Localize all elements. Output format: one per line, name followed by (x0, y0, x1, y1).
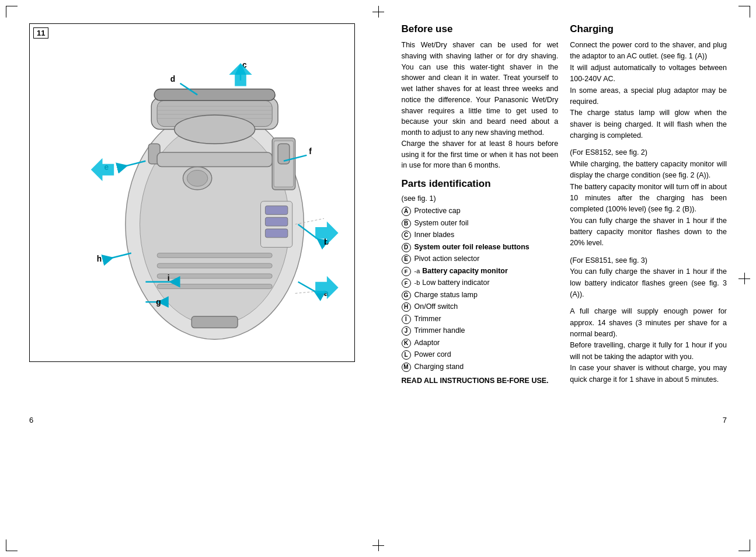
part-l: L Power cord (402, 350, 559, 360)
corner-mark-bl (6, 539, 18, 551)
part-k: K Adaptor (402, 338, 559, 349)
corner-mark-br (738, 539, 750, 551)
part-fb-suffix: -b (414, 278, 420, 287)
parts-title: Parts identification (402, 178, 559, 190)
crosshair-bottom (372, 539, 384, 551)
part-label-b: System outer foil (414, 218, 469, 229)
part-m: M Charging stand (402, 362, 559, 373)
right-page: Before use This Wet/Dry shaver can be us… (378, 23, 727, 392)
right-col-1: Before use This Wet/Dry shaver can be us… (402, 23, 559, 392)
before-use-section: Before use This Wet/Dry shaver can be us… (402, 23, 559, 171)
part-fb: F -b Low battery indicator (402, 278, 559, 288)
charging-section: Connect the power cord to the shaver, an… (570, 40, 727, 385)
shaver-diagram: c d e f b a h i g (42, 37, 342, 349)
svg-rect-25 (158, 284, 273, 289)
corner-mark-tr (738, 6, 750, 18)
corner-mark-tl (6, 6, 18, 18)
diagram-number: 11 (33, 27, 48, 39)
part-j: J Trimmer handle (402, 326, 559, 336)
diagram-box: 11 (29, 23, 355, 362)
part-label-e: Pivot action selector (414, 254, 480, 264)
left-page: 11 (29, 23, 378, 392)
charging-para-2: (For ES8152, see fig. 2) While charging,… (570, 147, 727, 249)
page-number-left: 6 (29, 416, 33, 424)
svg-rect-24 (158, 274, 273, 278)
part-h: H On/Off switch (402, 302, 559, 312)
parts-see-fig: (see fig. 1) (402, 194, 559, 203)
part-label-g: Charge status lamp (414, 290, 478, 301)
svg-text:d: d (170, 75, 175, 83)
svg-line-32 (109, 253, 131, 259)
svg-point-9 (175, 115, 255, 144)
parts-section: Parts identification (see fig. 1) A Prot… (402, 178, 559, 385)
svg-rect-12 (266, 217, 288, 226)
read-all-instructions: READ ALL INSTRUCTIONS BE-FORE USE. (402, 377, 559, 385)
part-circle-i: I (402, 315, 411, 324)
part-circle-b: B (402, 219, 411, 228)
svg-marker-47 (316, 221, 339, 244)
part-circle-a: A (402, 207, 411, 216)
part-fa-suffix: -a (414, 267, 420, 276)
part-label-fa: Battery capacity monitor (422, 266, 508, 277)
charging-para-4: A full charge will supply enough power f… (570, 306, 727, 385)
part-d: D System outer foil release buttons (402, 242, 559, 253)
svg-rect-11 (266, 206, 288, 215)
crosshair-top (372, 6, 384, 18)
svg-rect-21 (158, 152, 273, 167)
page-number-right: 7 (723, 416, 727, 424)
svg-marker-48 (316, 276, 339, 299)
svg-text:i: i (168, 274, 170, 283)
svg-line-31 (298, 282, 318, 294)
part-label-m: Charging stand (414, 362, 464, 373)
part-circle-d: D (402, 243, 411, 252)
before-use-title: Before use (402, 23, 559, 35)
part-label-k: Adaptor (414, 338, 440, 349)
part-b: B System outer foil (402, 218, 559, 229)
part-label-a: Protective cap (414, 206, 461, 217)
part-fa: F -a Battery capacity monitor (402, 266, 559, 277)
svg-marker-49 (91, 158, 114, 181)
part-a: A Protective cap (402, 206, 559, 217)
charging-para-1: Connect the power cord to the shaver, an… (570, 40, 727, 141)
part-circle-k: K (402, 339, 411, 348)
part-label-fb: Low battery indicator (422, 278, 489, 288)
part-c: C Inner blades (402, 230, 559, 241)
svg-text:f: f (309, 147, 312, 156)
part-label-l: Power cord (414, 350, 451, 360)
crosshair-right (738, 273, 750, 284)
svg-text:h: h (97, 255, 102, 263)
page-footer: 6 7 (0, 410, 756, 430)
part-circle-e: E (402, 255, 411, 264)
part-e: E Pivot action selector (402, 254, 559, 264)
svg-rect-23 (158, 263, 273, 268)
part-circle-fa: F (402, 267, 411, 276)
part-label-c: Inner blades (414, 230, 455, 241)
svg-marker-46 (229, 63, 252, 86)
svg-rect-8 (155, 89, 276, 101)
part-circle-l: L (402, 350, 411, 360)
part-circle-g: G (402, 291, 411, 300)
charging-title: Charging (570, 23, 727, 35)
svg-text:g: g (156, 298, 161, 307)
svg-point-15 (187, 170, 208, 187)
svg-rect-22 (158, 253, 273, 257)
before-use-body: This Wet/Dry shaver can be used for wet … (402, 40, 559, 171)
svg-rect-20 (192, 316, 238, 328)
part-label-h: On/Off switch (414, 302, 458, 312)
part-circle-h: H (402, 302, 411, 312)
part-circle-j: J (402, 326, 411, 336)
charging-para-3: (For ES8151, see fig. 3) You can fully c… (570, 255, 727, 301)
part-circle-m: M (402, 363, 411, 372)
part-circle-c: C (402, 231, 411, 240)
part-circle-fb: F (402, 278, 411, 288)
part-label-j: Trimmer handle (414, 326, 465, 336)
part-i: I Trimmer (402, 314, 559, 325)
svg-rect-13 (266, 229, 288, 238)
part-label-d: System outer foil release buttons (414, 242, 529, 253)
parts-list: A Protective cap B System outer foil C I… (402, 206, 559, 372)
right-col-2: Charging Connect the power cord to the s… (570, 23, 727, 392)
part-label-i: Trimmer (414, 314, 441, 325)
part-g: G Charge status lamp (402, 290, 559, 301)
